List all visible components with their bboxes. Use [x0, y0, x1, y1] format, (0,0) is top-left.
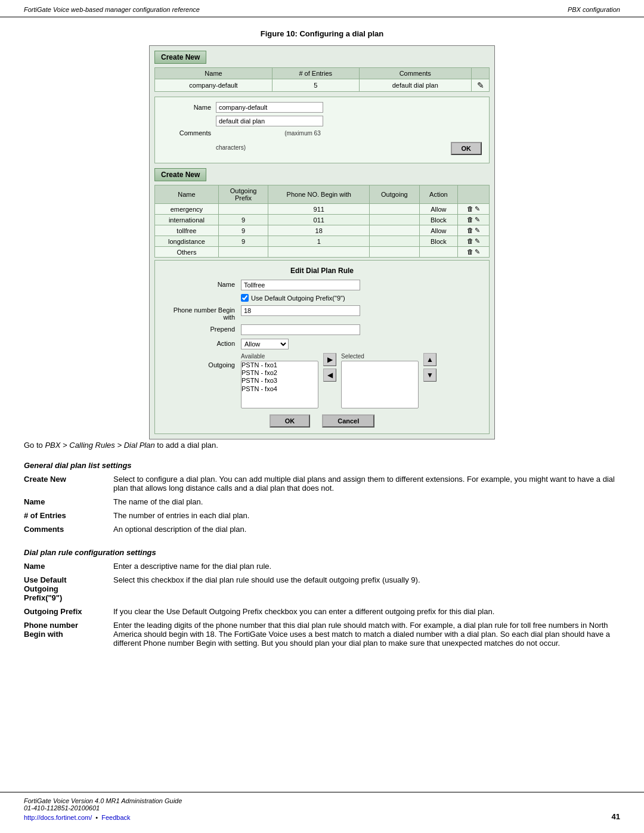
rule-prefix: 9: [218, 236, 268, 247]
edit-name-label: Name: [163, 280, 241, 288]
action-select[interactable]: Allow Block: [241, 339, 289, 349]
rule-name: longdistance: [155, 236, 219, 247]
footer-link[interactable]: http://docs.fortinet.com/: [24, 814, 92, 821]
delete-icon[interactable]: 🗑: [467, 237, 473, 244]
rule-action: Block: [419, 215, 457, 225]
use-default-checkbox[interactable]: [241, 294, 249, 302]
table-row: international 9 011 Block 🗑✎: [155, 215, 490, 225]
edit-icon[interactable]: ✎: [475, 227, 480, 234]
selected-listbox[interactable]: [341, 361, 419, 408]
cell-edit-icon[interactable]: ✎: [472, 79, 490, 92]
outgoing-area: Available PSTN - fxo1 PSTN - fxo2 PSTN -…: [241, 353, 436, 408]
col-rule-actions: [458, 185, 490, 204]
list-item[interactable]: PSTN - fxo4: [242, 385, 318, 393]
rule-phone-begin: 011: [268, 215, 370, 225]
ok-button-panel[interactable]: OK: [270, 414, 311, 428]
term-row: Create New Select to configure a dial pl…: [24, 475, 620, 497]
list-item[interactable]: PSTN - fxo2: [242, 369, 318, 377]
section2-title: Dial plan rule configuration settings: [24, 548, 620, 557]
rule-outgoing: [370, 215, 420, 225]
list-item[interactable]: PSTN - fxo3: [242, 377, 318, 385]
rule-icons: 🗑✎: [458, 225, 490, 236]
cancel-button-panel[interactable]: Cancel: [322, 414, 374, 428]
table-row: Others 🗑✎: [155, 247, 490, 258]
edit-icon[interactable]: ✎: [475, 237, 480, 244]
page-footer: FortiGate Voice Version 4.0 MR1 Administ…: [0, 792, 644, 821]
desc-create-new: Select to configure a dial plan. You can…: [113, 475, 620, 497]
term-name2: Name: [24, 562, 113, 575]
move-up-button[interactable]: ▲: [423, 353, 436, 366]
term-use-default: Use DefaultOutgoingPrefix("9"): [24, 575, 113, 607]
section2: Dial plan rule configuration settings Na…: [24, 548, 620, 652]
available-listbox[interactable]: PSTN - fxo1 PSTN - fxo2 PSTN - fxo3 PSTN…: [241, 361, 318, 408]
create-new-button-top[interactable]: Create New: [154, 51, 206, 64]
delete-icon[interactable]: 🗑: [467, 205, 473, 212]
desc-comments: An optional description of the dial plan…: [113, 525, 620, 538]
rule-prefix: [218, 204, 268, 215]
desc-name: The name of the dial plan.: [113, 497, 620, 511]
rule-name: Others: [155, 247, 219, 258]
edit-icon[interactable]: ✎: [475, 205, 480, 212]
rule-icons: 🗑✎: [458, 236, 490, 247]
rule-action: Allow: [419, 225, 457, 236]
comments-input[interactable]: [216, 116, 323, 126]
rule-name: emergency: [155, 204, 219, 215]
terms-table-1: Create New Select to configure a dial pl…: [24, 475, 620, 538]
terms-table-2: Name Enter a descriptive name for the di…: [24, 562, 620, 652]
cell-entries: 5: [273, 79, 360, 92]
move-down-button[interactable]: ▼: [423, 368, 436, 382]
delete-icon[interactable]: 🗑: [467, 216, 473, 223]
rule-prefix: 9: [218, 215, 268, 225]
edit-icon[interactable]: ✎: [475, 248, 480, 255]
page-header: FortiGate Voice web-based manager config…: [0, 0, 644, 17]
table-row: emergency 911 Allow 🗑✎: [155, 204, 490, 215]
selected-label: Selected: [341, 353, 419, 360]
rule-name: tollfree: [155, 225, 219, 236]
desc-name2: Enter a descriptive name for the dial pl…: [113, 562, 620, 575]
table-row: company-default 5 default dial plan ✎: [155, 79, 490, 92]
term-row: Name The name of the dial plan.: [24, 497, 620, 511]
rule-phone-begin: 18: [268, 225, 370, 236]
header-right: PBX configuration: [568, 6, 620, 13]
desc-outgoing-prefix: If you clear the Use Default Outgoing Pr…: [113, 607, 620, 621]
edit-icon[interactable]: ✎: [475, 216, 480, 223]
delete-icon[interactable]: 🗑: [467, 227, 473, 234]
panel-footer: OK Cancel: [163, 414, 481, 428]
action-label: Action: [163, 339, 241, 347]
move-right-button[interactable]: ▶: [323, 353, 336, 366]
feedback-link[interactable]: Feedback: [101, 814, 130, 821]
term-row: # of Entries The number of entries in ea…: [24, 511, 620, 525]
name-input[interactable]: [216, 102, 323, 113]
desc-use-default: Select this checkbox if the dial plan ru…: [113, 575, 620, 607]
term-row: Phone numberBegin with Enter the leading…: [24, 621, 620, 652]
rule-icons: 🗑✎: [458, 215, 490, 225]
delete-icon[interactable]: 🗑: [467, 248, 473, 255]
goto-italic: PBX > Calling Rules > Dial Plan: [45, 441, 154, 450]
col-action: Action: [419, 185, 457, 204]
rule-outgoing: [370, 247, 420, 258]
term-name: Name: [24, 497, 113, 511]
rule-icons: 🗑✎: [458, 204, 490, 215]
ok-button-form1[interactable]: OK: [451, 142, 482, 155]
edit-use-default-spacer: [163, 294, 241, 295]
rule-name: international: [155, 215, 219, 225]
move-left-button[interactable]: ◀: [323, 368, 336, 382]
rule-phone-begin: 1: [268, 236, 370, 247]
term-outgoing-prefix: Outgoing Prefix: [24, 607, 113, 621]
footer-product-name: FortiGate Voice Version 4.0 MR1 Administ…: [24, 797, 182, 804]
edit-icon[interactable]: ✎: [477, 80, 484, 90]
ui-screenshot: Create New Name # of Entries Comments co…: [149, 45, 495, 439]
phone-begin-label: Phone number Begin with: [163, 305, 241, 321]
list-item[interactable]: PSTN - fxo1: [242, 361, 318, 369]
term-row: Outgoing Prefix If you clear the Use Def…: [24, 607, 620, 621]
term-comments: Comments: [24, 525, 113, 538]
phone-begin-input[interactable]: [241, 305, 360, 316]
col-comments: Comments: [359, 68, 471, 79]
transfer-buttons: ▶ ◀: [323, 353, 336, 382]
prepend-input[interactable]: [241, 324, 360, 335]
rule-prefix: 9: [218, 225, 268, 236]
edit-name-input[interactable]: [241, 280, 360, 290]
rule-outgoing: [370, 225, 420, 236]
create-new-button-rules[interactable]: Create New: [154, 168, 206, 181]
footer-top: FortiGate Voice Version 4.0 MR1 Administ…: [24, 797, 620, 812]
